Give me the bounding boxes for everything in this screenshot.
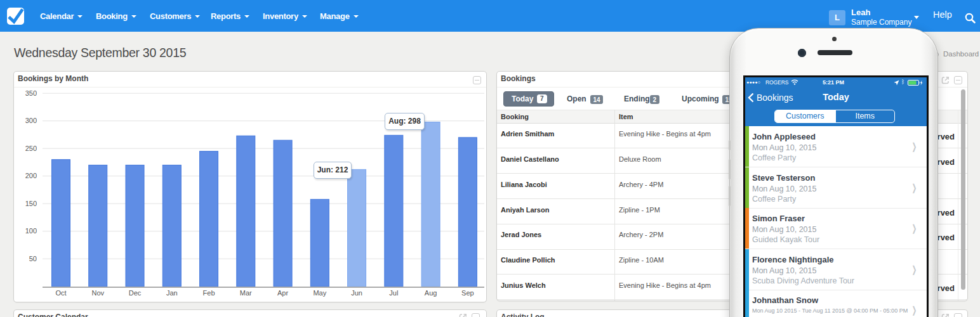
svg-text:Jan: Jan [166,289,178,297]
svg-text:Dec: Dec [129,289,142,297]
svg-text:150: 150 [25,200,37,207]
svg-text:350: 350 [25,89,37,97]
svg-text:Jun: Jun [351,289,362,297]
svg-text:300: 300 [25,117,37,124]
svg-text:50: 50 [29,255,37,262]
svg-text:Aug: Aug [425,289,437,297]
svg-text:Apr: Apr [277,289,288,297]
svg-text:100: 100 [25,227,37,235]
svg-text:Sep: Sep [461,289,474,297]
svg-text:Jul: Jul [389,289,398,297]
svg-text:Mar: Mar [240,289,252,297]
svg-text:May: May [313,289,326,297]
svg-text:Oct: Oct [55,289,66,297]
svg-text:Feb: Feb [203,289,215,297]
svg-text:250: 250 [25,145,37,152]
svg-text:Nov: Nov [91,289,104,297]
svg-text:200: 200 [25,172,37,179]
